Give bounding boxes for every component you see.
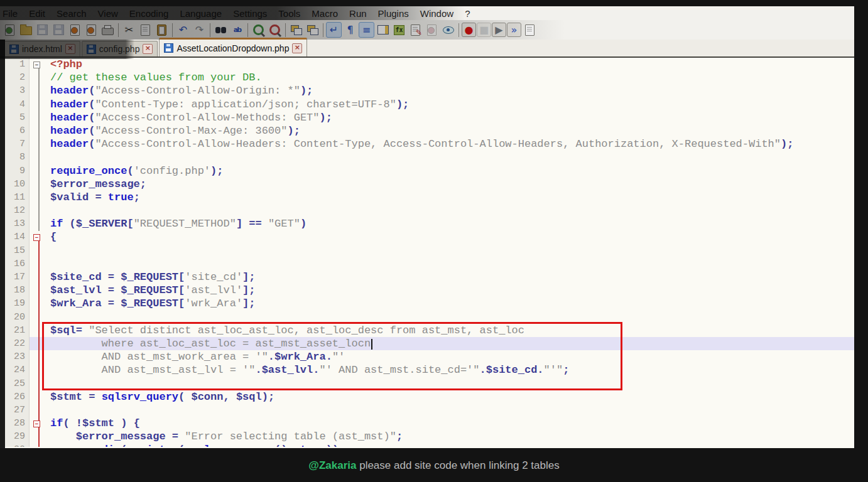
document-map-icon[interactable] — [375, 22, 391, 38]
macro-record-icon[interactable]: ● — [462, 23, 476, 37]
menu-item-encoding[interactable]: Encoding — [124, 8, 175, 19]
show-all-characters-icon: ¶ — [347, 25, 353, 35]
menu-item-run[interactable]: Run — [344, 8, 372, 19]
line-number: 25 — [0, 377, 30, 390]
code-line-2[interactable]: 2// get these values from your DB. — [0, 71, 854, 84]
code-line-17[interactable]: 17$site_cd = $_REQUEST['site_cd']; — [0, 270, 854, 284]
close-tab-icon[interactable]: × — [65, 44, 75, 54]
close-file-icon[interactable] — [67, 22, 83, 38]
menu-item-settings[interactable]: Settings — [227, 8, 273, 19]
close-tab-icon[interactable]: × — [292, 43, 302, 53]
indent-guide-icon[interactable]: ≡ — [359, 22, 374, 38]
find-icon — [215, 27, 226, 33]
fold-margin — [30, 124, 45, 137]
code-line-19[interactable]: 19$wrk_Ara = $_REQUEST['wrk_Ara']; — [0, 297, 854, 310]
copy-icon[interactable] — [138, 22, 153, 38]
redo-icon[interactable]: ↷ — [192, 22, 207, 38]
menu-item-search[interactable]: Search — [51, 8, 92, 19]
code-line-5[interactable]: 5header("Access-Control-Allow-Methods: G… — [0, 111, 854, 124]
zoom-out-icon[interactable] — [267, 22, 283, 38]
code-line-18[interactable]: 18$ast_lvl = $_REQUEST['ast_lvl']; — [0, 284, 854, 297]
paste-icon[interactable] — [154, 22, 170, 38]
macro-run-multiple-icon[interactable]: » — [507, 23, 521, 37]
code-editor[interactable]: 1−<?php2// get these values from your DB… — [0, 58, 854, 447]
code-line-8[interactable]: 8 — [0, 151, 854, 164]
code-line-15[interactable]: 15 — [0, 244, 854, 257]
menu-item-tools[interactable]: Tools — [273, 8, 306, 19]
menu-item-macro[interactable]: Macro — [306, 8, 344, 19]
code-line-1[interactable]: 1−<?php — [0, 58, 854, 71]
sync-vertical-scroll-icon[interactable] — [288, 22, 304, 38]
line-number: 1 — [0, 58, 30, 71]
code-line-9[interactable]: 9require_once('config.php'); — [0, 164, 854, 178]
code-text: die( print_r( sqlsrv_errors(), true)); — [45, 443, 854, 447]
code-line-26[interactable]: 26$stmt = sqlsrv_query( $conn, $sql); — [0, 390, 854, 404]
code-line-3[interactable]: 3header("Access-Control-Allow-Origin: *"… — [0, 84, 854, 97]
replace-icon[interactable]: ab — [229, 22, 245, 38]
code-line-11[interactable]: 11$valid = true; — [0, 191, 854, 204]
fold-collapse-icon[interactable]: − — [33, 62, 40, 68]
macro-stop-icon[interactable]: ■ — [477, 23, 491, 37]
open-file-icon[interactable] — [18, 22, 34, 38]
close-tab-icon[interactable]: × — [143, 44, 153, 54]
line-number: 17 — [0, 270, 30, 284]
code-text: header("Access-Control-Allow-Headers: Co… — [45, 137, 854, 151]
code-line-7[interactable]: 7header("Access-Control-Allow-Headers: C… — [0, 137, 854, 151]
sync-horizontal-scroll-icon[interactable] — [305, 22, 320, 38]
code-text — [45, 244, 854, 257]
line-number: 16 — [0, 257, 30, 270]
fold-collapse-icon[interactable]: − — [33, 234, 40, 241]
tab-index-html[interactable]: index.html× — [4, 41, 80, 56]
tab-bar: index.html×config.php×AssetLocationDropd… — [0, 40, 854, 58]
code-line-10[interactable]: 10$error_message; — [0, 178, 854, 191]
menu-item-language[interactable]: Language — [174, 8, 227, 19]
folder-as-workspace-icon[interactable]: ✎ — [408, 22, 423, 38]
zoom-out-icon — [269, 24, 280, 35]
code-line-30[interactable]: 30 die( print_r( sqlsrv_errors(), true))… — [0, 443, 854, 447]
function-list-icon[interactable]: fx — [391, 22, 407, 38]
new-file-icon[interactable] — [2, 22, 18, 38]
macro-play-icon[interactable]: ▶ — [492, 23, 506, 37]
fold-guide-line — [38, 68, 40, 231]
code-line-12[interactable]: 12 — [0, 204, 854, 217]
fold-margin — [30, 84, 45, 97]
show-all-characters-icon[interactable]: ¶ — [342, 22, 358, 38]
code-text: $ast_lvl = $_REQUEST['ast_lvl']; — [45, 284, 854, 297]
code-line-13[interactable]: 13if ($_SERVER["REQUEST_METHOD"] == "GET… — [0, 217, 854, 230]
tab-assetlocationdropdown-php[interactable]: AssetLocationDropdown.php× — [159, 38, 307, 56]
code-line-4[interactable]: 4header("Content-Type: application/json;… — [0, 98, 854, 111]
menu-item-help[interactable]: ? — [459, 8, 475, 19]
preview-eye-icon[interactable] — [440, 22, 456, 38]
monitoring-icon[interactable] — [424, 22, 440, 38]
save-all-icon[interactable] — [51, 22, 67, 38]
notepad-plus-plus-window: FileEditSearchViewEncodingLanguageSettin… — [0, 6, 854, 448]
close-all-icon[interactable] — [84, 22, 99, 38]
macro-save-icon[interactable] — [522, 22, 538, 38]
close-file-icon — [70, 24, 80, 36]
zoom-in-icon[interactable] — [251, 22, 266, 38]
code-line-28[interactable]: 28−if( !$stmt ) { — [0, 417, 854, 430]
print-icon[interactable] — [100, 22, 116, 38]
code-line-14[interactable]: 14−{ — [0, 230, 854, 244]
menu-item-view[interactable]: View — [92, 8, 124, 19]
save-icon[interactable] — [35, 22, 50, 38]
cut-icon[interactable]: ✂ — [121, 22, 137, 38]
code-line-29[interactable]: 29 $error_message = "Error selecting tab… — [0, 430, 854, 443]
preview-eye-icon — [443, 26, 454, 34]
code-line-16[interactable]: 16 — [0, 257, 854, 270]
find-icon[interactable] — [213, 22, 229, 38]
menu-item-plugins[interactable]: Plugins — [372, 8, 415, 19]
word-wrap-icon[interactable]: ↵ — [326, 22, 342, 38]
fold-collapse-icon[interactable]: − — [33, 420, 40, 427]
tab-config-php[interactable]: config.php× — [82, 41, 158, 56]
undo-icon[interactable]: ↶ — [175, 22, 191, 38]
code-line-6[interactable]: 6header("Access-Control-Max-Age: 3600"); — [0, 124, 854, 137]
line-number: 27 — [0, 404, 30, 417]
tab-label: config.php — [99, 44, 140, 54]
menu-item-window[interactable]: Window — [415, 8, 459, 19]
menu-item-edit[interactable]: Edit — [23, 8, 51, 19]
menu-item-file[interactable]: File — [0, 8, 23, 19]
line-number: 19 — [0, 297, 30, 310]
fold-margin: − — [30, 417, 45, 430]
code-line-27[interactable]: 27 — [0, 404, 854, 417]
